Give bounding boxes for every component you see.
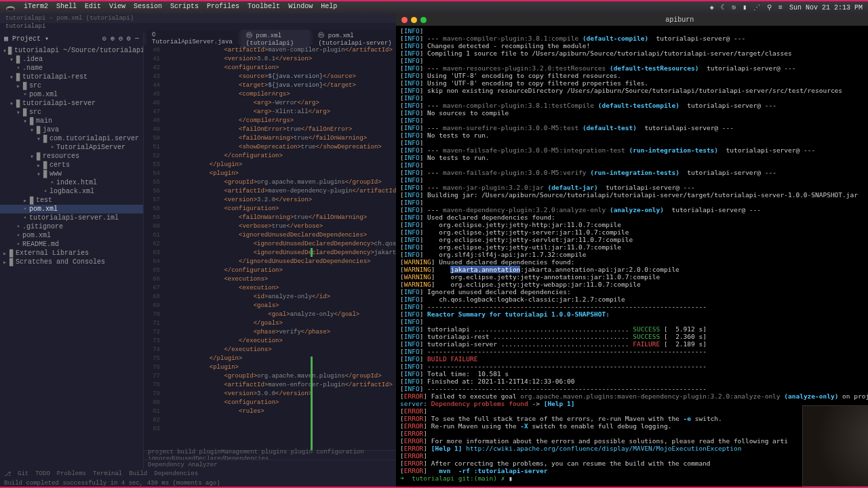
line-gutter: 4041424344454647484950515253545556575859…	[144, 45, 163, 450]
settings-icon[interactable]: ⚙	[127, 35, 131, 43]
hide-icon[interactable]: —	[135, 35, 139, 43]
code-area[interactable]: <artifactId>maven-compiler-plugin</artif…	[163, 45, 403, 450]
webcam-overlay	[802, 405, 868, 487]
tree-row[interactable]: ▪tutorialapi-server.iml	[0, 214, 143, 222]
status-item[interactable]: Problems	[57, 470, 86, 477]
project-label[interactable]: ▦ Project ▾	[4, 35, 49, 43]
tree-row[interactable]: ▪pom.xml	[0, 231, 143, 240]
tree-row[interactable]: ▪.name	[0, 64, 143, 73]
minimize-icon[interactable]	[411, 17, 417, 23]
bluetooth-icon[interactable]: ⎋	[732, 3, 736, 12]
zoom-icon[interactable]	[420, 17, 427, 23]
tree-row[interactable]: ▸▉Scratches and Consoles	[0, 258, 143, 266]
menu-item[interactable]: Edit	[85, 3, 101, 13]
tree-row[interactable]: ▪index.html	[0, 178, 143, 187]
search-icon[interactable]: ⚲	[767, 3, 772, 12]
file-tree[interactable]: ▾▉tutorialapi ~/Source/tutorialapi▾▉.ide…	[0, 45, 143, 469]
tree-row[interactable]: ▾▉tutorialapi ~/Source/tutorialapi	[0, 46, 143, 55]
tree-row[interactable]: ▪pom.xml	[0, 205, 143, 214]
intellij-window: tutorialapi – pom.xml (tutorialapi) tuto…	[0, 14, 396, 488]
menu-item[interactable]: Profiles	[207, 3, 239, 13]
tree-row[interactable]: ▸▉test	[0, 196, 143, 205]
tree-row[interactable]: ▸▉src	[0, 81, 143, 90]
menu-item[interactable]: Help	[321, 3, 337, 13]
tree-row[interactable]: ▾▉src	[0, 108, 143, 117]
menu-item[interactable]: Shell	[56, 3, 77, 13]
project-tool-window: ▦ Project ▾ ⊙ ⊕ ⊖ ⚙ — ▾▉tutorialapi ~/So…	[0, 33, 144, 469]
app-name[interactable]: iTerm2	[24, 3, 48, 13]
dropbox-icon[interactable]: ◈	[710, 3, 714, 12]
crescent-icon[interactable]: ☾	[721, 3, 725, 12]
tree-row[interactable]: ▾▉main	[0, 117, 143, 125]
locate-icon[interactable]: ⊙	[102, 35, 106, 43]
apple-menu-icon[interactable]: 🕳️	[5, 3, 16, 13]
control-center-icon[interactable]: ≡	[778, 4, 783, 12]
tree-row[interactable]: ▾▉com.tutorialapi.server	[0, 134, 143, 143]
tree-row[interactable]: ▾▉resources	[0, 152, 143, 161]
tree-row[interactable]: ▪TutorialApiServer	[0, 143, 143, 152]
tree-row[interactable]: ▸▉certs	[0, 161, 143, 169]
tree-row[interactable]: ▪pom.xml	[0, 90, 143, 99]
menu-item[interactable]: Scripts	[170, 3, 199, 13]
status-item[interactable]: Build	[129, 470, 147, 477]
macos-menubar: 🕳️ iTerm2 Shell Edit View Session Script…	[0, 1, 868, 14]
tree-row[interactable]: ▾▉tutorialapi-rest	[0, 73, 143, 81]
close-icon[interactable]	[401, 17, 408, 23]
status-item[interactable]: Terminal	[93, 470, 122, 477]
status-item[interactable]: Git	[18, 470, 28, 477]
clock[interactable]: Sun Nov 21 2:13 PM	[789, 4, 863, 12]
tree-row[interactable]: ▾▉java	[0, 125, 143, 134]
status-item[interactable]: TODO	[35, 470, 50, 477]
window-title: tutorialapi – pom.xml (tutorialapi)	[0, 14, 396, 23]
iterm-window: apiburn ▦ [INFO] [INFO] --- maven-compil…	[396, 14, 868, 488]
menu-item[interactable]: Window	[288, 3, 313, 13]
tree-row[interactable]: ▪README.md	[0, 240, 143, 249]
code-editor[interactable]: © TutorialApiServer.java ⓜ pom.xml (tuto…	[144, 33, 403, 469]
menu-item[interactable]: Session	[134, 3, 162, 13]
terminal-output[interactable]: [INFO] [INFO] --- maven-compiler-plugin:…	[396, 26, 868, 488]
menu-item[interactable]: View	[109, 3, 125, 13]
tree-row[interactable]: ▸▉External Libraries	[0, 249, 143, 258]
tree-row[interactable]: ▪.gitignore	[0, 222, 143, 231]
battery-icon[interactable]: ▮	[743, 3, 747, 12]
terminal-title: apiburn	[665, 16, 694, 24]
tree-row[interactable]: ▾▉www	[0, 169, 143, 178]
status-item[interactable]: Dependencies	[154, 470, 198, 477]
collapse-icon[interactable]: ⊖	[119, 35, 123, 43]
menu-item[interactable]: Toolbelt	[248, 3, 280, 13]
tree-row[interactable]: ▾▉.idea	[0, 55, 143, 64]
status-bar: ⎇ Git TODO Problems Terminal Build Depen…	[0, 469, 396, 479]
tree-row[interactable]: ▾▉tutorialapi-server	[0, 99, 143, 108]
wifi-icon[interactable]: ⋰	[753, 3, 760, 12]
expand-icon[interactable]: ⊕	[111, 35, 115, 43]
breadcrumb[interactable]: project build pluginManagement plugins p…	[144, 450, 403, 460]
tree-row[interactable]: ▪logback.xml	[0, 187, 143, 196]
build-message: Build completed successfully in 4 sec, 4…	[4, 480, 220, 487]
